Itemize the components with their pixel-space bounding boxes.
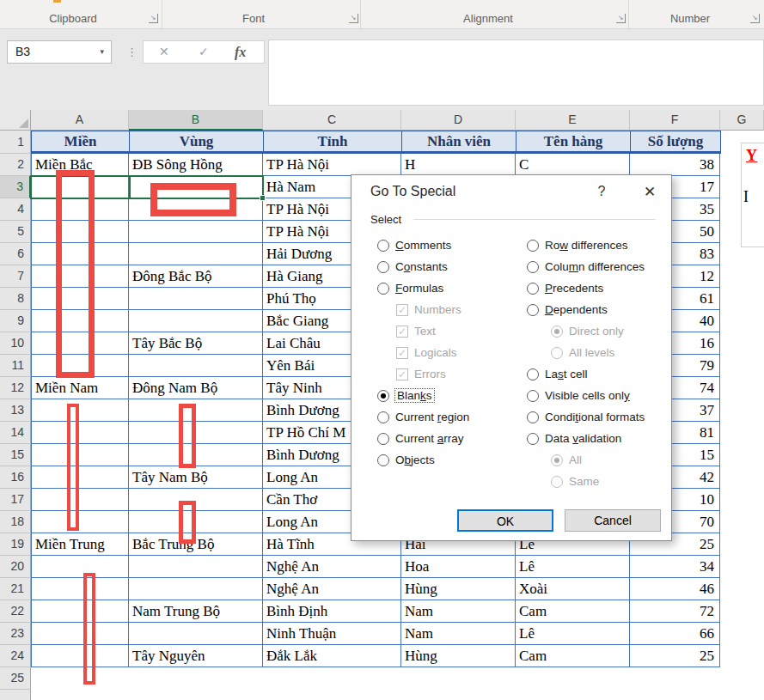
cell-E20[interactable]: Lê bbox=[516, 556, 630, 578]
fill-handle[interactable] bbox=[260, 195, 266, 201]
dialog-launcher-icon-clipboard[interactable]: ↘ bbox=[149, 14, 158, 23]
row-header-13[interactable]: 13 bbox=[0, 399, 31, 422]
row-header-17[interactable]: 17 bbox=[0, 489, 31, 511]
dialog-help-icon[interactable]: ? bbox=[593, 184, 610, 199]
header-cell-A1[interactable]: Miền bbox=[31, 131, 130, 154]
cell-F23[interactable]: 66 bbox=[630, 623, 720, 645]
cell-A9[interactable] bbox=[31, 310, 129, 332]
cell-F24[interactable]: 25 bbox=[630, 645, 720, 667]
cell-A24[interactable] bbox=[31, 645, 129, 667]
cell-B8[interactable] bbox=[129, 288, 263, 310]
dialog-launcher-icon-font[interactable]: ↘ bbox=[349, 14, 358, 23]
cell-D24[interactable]: Hùng bbox=[401, 645, 516, 667]
column-header-B[interactable]: B bbox=[129, 110, 263, 131]
cell-D22[interactable]: Nam bbox=[401, 600, 516, 623]
row-header-1[interactable]: 1 bbox=[0, 131, 31, 154]
cell-E24[interactable]: Cam bbox=[516, 645, 630, 667]
row-header-22[interactable]: 22 bbox=[0, 600, 31, 623]
ok-button[interactable]: OK bbox=[457, 509, 553, 532]
radio-column-differences[interactable] bbox=[527, 261, 539, 273]
cell-A19[interactable]: Miền Trung bbox=[31, 533, 129, 556]
column-header-G[interactable]: G bbox=[720, 110, 764, 131]
cell-B17[interactable] bbox=[129, 489, 263, 511]
cell-A21[interactable] bbox=[31, 578, 129, 600]
option-label-precedents[interactable]: Precedents bbox=[545, 282, 603, 295]
option-label-row-differences[interactable]: Row differences bbox=[545, 239, 628, 252]
cell-A16[interactable] bbox=[31, 466, 129, 489]
cell-A17[interactable] bbox=[31, 489, 129, 511]
radio-precedents[interactable] bbox=[527, 283, 539, 295]
radio-data-validation[interactable] bbox=[527, 433, 539, 445]
cell-A7[interactable] bbox=[31, 265, 129, 288]
cell-B3[interactable] bbox=[129, 176, 263, 198]
cell-E22[interactable]: Cam bbox=[516, 600, 630, 623]
cancel-button[interactable]: Cancel bbox=[565, 509, 661, 532]
cell-B15[interactable] bbox=[129, 444, 263, 466]
cell-A8[interactable] bbox=[31, 288, 129, 310]
cell-A11[interactable] bbox=[31, 355, 129, 377]
option-label-column-differences[interactable]: Column differences bbox=[545, 260, 645, 273]
row-header-16[interactable]: 16 bbox=[0, 466, 31, 489]
cell-B18[interactable] bbox=[129, 511, 263, 533]
row-header-10[interactable]: 10 bbox=[0, 332, 31, 355]
column-header-C[interactable]: C bbox=[263, 110, 401, 131]
cell-B2[interactable]: ĐB Sông Hồng bbox=[129, 154, 263, 176]
cell-B21[interactable] bbox=[129, 578, 263, 600]
option-label-last-cell[interactable]: Last cell bbox=[545, 368, 588, 380]
cell-A22[interactable] bbox=[31, 600, 129, 623]
header-cell-E1[interactable]: Tên hàng bbox=[516, 131, 631, 154]
cell-A15[interactable] bbox=[31, 444, 129, 466]
radio-last-cell[interactable] bbox=[527, 368, 539, 380]
cell-A3[interactable] bbox=[31, 176, 129, 198]
cell-A23[interactable] bbox=[31, 623, 129, 645]
row-header-25[interactable]: 25 bbox=[0, 667, 31, 690]
column-header-A[interactable]: A bbox=[31, 110, 129, 131]
name-box-dropdown-icon[interactable]: ▾ bbox=[100, 41, 104, 63]
cell-B13[interactable] bbox=[129, 399, 263, 422]
dialog-launcher-icon-alignment[interactable]: ↘ bbox=[616, 14, 626, 23]
cell-B9[interactable] bbox=[129, 310, 263, 332]
cell-A14[interactable] bbox=[31, 422, 129, 444]
cell-C22[interactable]: Bình Định bbox=[263, 600, 401, 623]
cell-E23[interactable]: Lê bbox=[516, 623, 630, 645]
cell-B23[interactable] bbox=[129, 623, 263, 645]
cell-C2[interactable]: TP Hà Nội bbox=[263, 154, 401, 176]
cell-C21[interactable]: Nghệ An bbox=[263, 578, 401, 600]
cell-A12[interactable]: Miền Nam bbox=[31, 377, 129, 399]
cell-B4[interactable] bbox=[129, 198, 263, 221]
cell-B6[interactable] bbox=[129, 243, 263, 265]
cell-B7[interactable]: Đông Bắc Bộ bbox=[129, 265, 263, 288]
row-header-5[interactable]: 5 bbox=[0, 221, 31, 243]
row-header-18[interactable]: 18 bbox=[0, 511, 31, 533]
radio-row-differences[interactable] bbox=[527, 240, 539, 252]
row-header-4[interactable]: 4 bbox=[0, 198, 31, 221]
cell-F22[interactable]: 72 bbox=[630, 600, 720, 623]
cell-A10[interactable] bbox=[31, 332, 129, 355]
cell-C23[interactable]: Ninh Thuận bbox=[263, 623, 401, 645]
cell-B22[interactable]: Nam Trung Bộ bbox=[129, 600, 263, 623]
cell-E2[interactable]: C bbox=[516, 154, 630, 176]
cell-A18[interactable] bbox=[31, 511, 129, 533]
column-header-E[interactable]: E bbox=[516, 110, 630, 131]
cell-F2[interactable]: 38 bbox=[630, 154, 720, 176]
option-label-dependents[interactable]: Dependents bbox=[545, 303, 608, 316]
option-label-conditional-formats[interactable]: Conditional formats bbox=[545, 411, 645, 423]
cell-A20[interactable] bbox=[31, 556, 129, 578]
radio-dependents[interactable] bbox=[527, 304, 539, 316]
row-header-9[interactable]: 9 bbox=[0, 310, 31, 332]
cell-A2[interactable]: Miền Bắc bbox=[31, 154, 129, 176]
cell-D2[interactable]: H bbox=[401, 154, 516, 176]
cell-A5[interactable] bbox=[31, 221, 129, 243]
header-cell-C1[interactable]: Tỉnh bbox=[263, 131, 402, 154]
row-header-6[interactable]: 6 bbox=[0, 243, 31, 265]
option-label-data-validation[interactable]: Data validation bbox=[545, 432, 621, 445]
cell-B20[interactable] bbox=[129, 556, 263, 578]
cell-A6[interactable] bbox=[31, 243, 129, 265]
row-header-14[interactable]: 14 bbox=[0, 422, 31, 444]
cell-F21[interactable]: 46 bbox=[630, 578, 720, 600]
cell-E21[interactable]: Xoài bbox=[516, 578, 630, 600]
row-header-8[interactable]: 8 bbox=[0, 288, 31, 310]
select-all-corner[interactable] bbox=[0, 110, 31, 131]
format-painter-button[interactable]: Format Painter bbox=[69, 0, 149, 3]
row-header-3[interactable]: 3 bbox=[0, 176, 31, 198]
